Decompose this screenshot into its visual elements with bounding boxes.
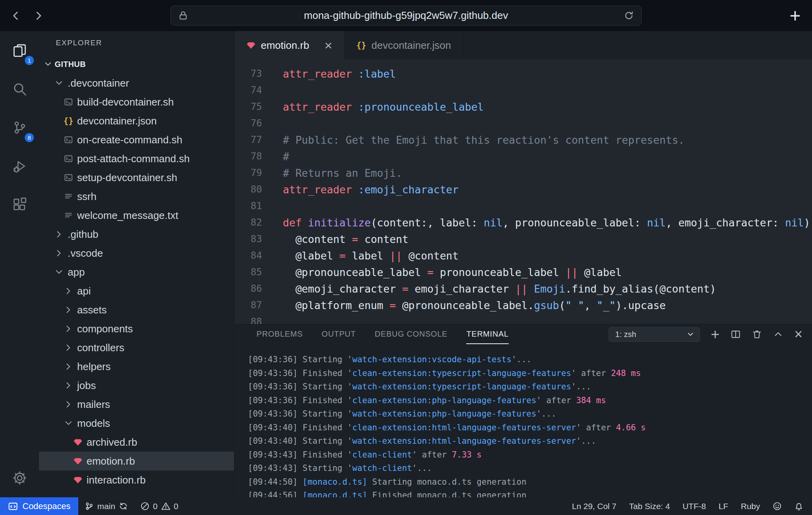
tree-item-.devcontainer[interactable]: .devcontainer bbox=[39, 74, 234, 93]
tab-emotion-rb[interactable]: emotion.rb × bbox=[234, 31, 345, 59]
close-icon[interactable]: × bbox=[325, 39, 332, 52]
sidebar-title: EXPLORER bbox=[39, 31, 234, 55]
kill-terminal-button[interactable] bbox=[752, 329, 762, 339]
terminal-line: [09:43:36] Finished 'clean-extension:typ… bbox=[248, 367, 812, 380]
terminal-line: [09:43:40] Finished 'clean-extension:htm… bbox=[248, 421, 812, 435]
tree-item-setup-devcontainer.sh[interactable]: setup-devcontainer.sh bbox=[39, 168, 234, 187]
tree-item-label: .github bbox=[68, 228, 98, 241]
panel-tab-debug-console[interactable]: DEBUG CONSOLE bbox=[375, 324, 448, 344]
line-number: 82 bbox=[234, 217, 270, 228]
tree-item-assets[interactable]: assets bbox=[39, 300, 234, 319]
tree-item-.vscode[interactable]: .vscode bbox=[39, 244, 234, 263]
shell-file-icon bbox=[63, 154, 74, 164]
activity-run-debug-button[interactable] bbox=[0, 147, 39, 185]
tree-item-jobs[interactable]: jobs bbox=[39, 376, 234, 395]
codespaces-remote-button[interactable]: Codespaces bbox=[0, 497, 78, 515]
chevron-down-icon bbox=[44, 60, 52, 69]
tree-section-github[interactable]: GITHUB bbox=[39, 55, 234, 74]
branch-status-item[interactable]: main bbox=[78, 497, 134, 515]
tree-item-mailers[interactable]: mailers bbox=[39, 395, 234, 414]
tree-item-models[interactable]: models bbox=[39, 414, 234, 433]
new-tab-button[interactable]: + bbox=[784, 0, 806, 31]
tree-item-label: setup-devcontainer.sh bbox=[77, 172, 177, 184]
ruby-file-icon bbox=[73, 437, 83, 447]
tree-item-emotion.rb[interactable]: emotion.rb bbox=[39, 452, 234, 471]
tree-item-controllers[interactable]: controllers bbox=[39, 338, 234, 357]
chevron-right-icon bbox=[63, 343, 74, 353]
terminal-line: [09:43:43] Finished 'clean-client' after… bbox=[248, 448, 812, 462]
cursor-position-item[interactable]: Ln 29, Col 7 bbox=[566, 497, 623, 515]
back-button[interactable] bbox=[6, 6, 25, 25]
terminal-output[interactable]: [09:43:36] Starting 'watch-extension:vsc… bbox=[234, 344, 812, 497]
tree-item-welcome_message.txt[interactable]: welcome_message.txt bbox=[39, 206, 234, 225]
eol-item[interactable]: LF bbox=[712, 497, 734, 515]
tree-item-archived.rb[interactable]: archived.rb bbox=[39, 433, 234, 452]
screen: mona-github-github-g59jpq2w5w7.github.de… bbox=[0, 0, 812, 515]
refresh-icon[interactable] bbox=[624, 10, 634, 21]
terminal-line: [09:43:36] Finished 'clean-extension:php… bbox=[248, 394, 812, 408]
code-text: attr_reader :emoji_character bbox=[283, 183, 459, 196]
tab-size-item[interactable]: Tab Size: 4 bbox=[623, 497, 676, 515]
encoding-item[interactable]: UTF-8 bbox=[676, 497, 712, 515]
tree-item-post-attach-command.sh[interactable]: post-attach-command.sh bbox=[39, 149, 234, 168]
tree-item-label: build-devcontainer.sh bbox=[77, 96, 174, 108]
line-number: 81 bbox=[234, 200, 270, 211]
tree-item-helpers[interactable]: helpers bbox=[39, 357, 234, 376]
source-control-icon bbox=[12, 120, 28, 135]
code-text: @emoji_character = emoji_character || Em… bbox=[283, 283, 716, 295]
activity-extensions-button[interactable] bbox=[0, 185, 39, 224]
new-terminal-button[interactable]: + bbox=[711, 327, 720, 342]
line-number: 76 bbox=[234, 118, 270, 129]
code-line-83: 83 @content = content bbox=[234, 231, 812, 247]
language-mode-item[interactable]: Ruby bbox=[734, 497, 766, 515]
url-bar[interactable]: mona-github-github-g59jpq2w5w7.github.de… bbox=[170, 6, 642, 26]
panel-tab-output[interactable]: OUTPUT bbox=[322, 324, 356, 344]
notifications-bell-button[interactable] bbox=[788, 497, 810, 515]
tree-item-devcontainer.json[interactable]: {}devcontainer.json bbox=[39, 111, 234, 130]
code-text: @pronounceable_label = pronounceable_lab… bbox=[283, 266, 622, 278]
editor-group: emotion.rb × {} devcontainer.json 73attr… bbox=[234, 31, 812, 497]
ruby-file-icon bbox=[73, 475, 83, 485]
close-panel-button[interactable]: × bbox=[794, 327, 803, 341]
feedback-smiley-button[interactable] bbox=[766, 497, 788, 515]
editor-tab-bar: emotion.rb × {} devcontainer.json bbox=[234, 31, 812, 59]
terminal-shell-select[interactable]: 1: zsh bbox=[609, 327, 700, 342]
tab-devcontainer-json[interactable]: {} devcontainer.json bbox=[345, 31, 463, 59]
terminal-line: [09:43:36] Starting 'watch-extension:vsc… bbox=[248, 353, 812, 367]
forward-button[interactable] bbox=[29, 6, 48, 25]
tree-item-api[interactable]: api bbox=[39, 282, 234, 300]
tree-item-ssrh[interactable]: ssrh bbox=[39, 187, 234, 206]
tree-item-interaction.rb[interactable]: interaction.rb bbox=[39, 471, 234, 489]
code-line-76: 76 bbox=[234, 115, 812, 132]
settings-button[interactable] bbox=[0, 459, 39, 497]
forward-arrow-icon bbox=[33, 10, 44, 22]
tab-label: devcontainer.json bbox=[371, 39, 451, 52]
chevron-down-icon bbox=[54, 78, 64, 88]
tree-item-label: mailers bbox=[77, 398, 110, 411]
panel-tab-terminal[interactable]: TERMINAL bbox=[466, 324, 509, 344]
tree-item-components[interactable]: components bbox=[39, 319, 234, 338]
back-arrow-icon bbox=[10, 10, 22, 22]
chevron-right-icon bbox=[54, 248, 64, 258]
lock-icon[interactable] bbox=[178, 10, 188, 21]
branch-icon bbox=[85, 502, 94, 511]
activity-search-button[interactable] bbox=[0, 70, 39, 108]
problems-status-item[interactable]: 0 0 bbox=[134, 497, 185, 515]
tree-item-on-create-command.sh[interactable]: on-create-command.sh bbox=[39, 130, 234, 149]
shell-file-icon bbox=[63, 135, 74, 145]
tree-item-.github[interactable]: .github bbox=[39, 225, 234, 244]
terminal-line: [09:43:36] Starting 'watch-extension:typ… bbox=[248, 380, 812, 394]
run-debug-icon bbox=[12, 158, 28, 174]
maximize-panel-button[interactable] bbox=[773, 329, 783, 339]
tree-item-label: emotion.rb bbox=[87, 455, 135, 467]
split-terminal-button[interactable] bbox=[731, 329, 741, 339]
code-editor[interactable]: 73attr_reader :label7475attr_reader :pro… bbox=[234, 59, 812, 324]
code-text: @platform_enum = @pronounceable_label.gs… bbox=[283, 299, 666, 311]
activity-source-control-button[interactable]: 8 bbox=[0, 108, 39, 147]
split-icon bbox=[731, 329, 741, 339]
tree-item-app[interactable]: app bbox=[39, 263, 234, 282]
activity-explorer-button[interactable]: 1 bbox=[0, 31, 39, 70]
tree-item-build-devcontainer.sh[interactable]: build-devcontainer.sh bbox=[39, 93, 234, 111]
errors-count: 0 bbox=[153, 502, 158, 511]
panel-tab-problems[interactable]: PROBLEMS bbox=[257, 324, 303, 344]
